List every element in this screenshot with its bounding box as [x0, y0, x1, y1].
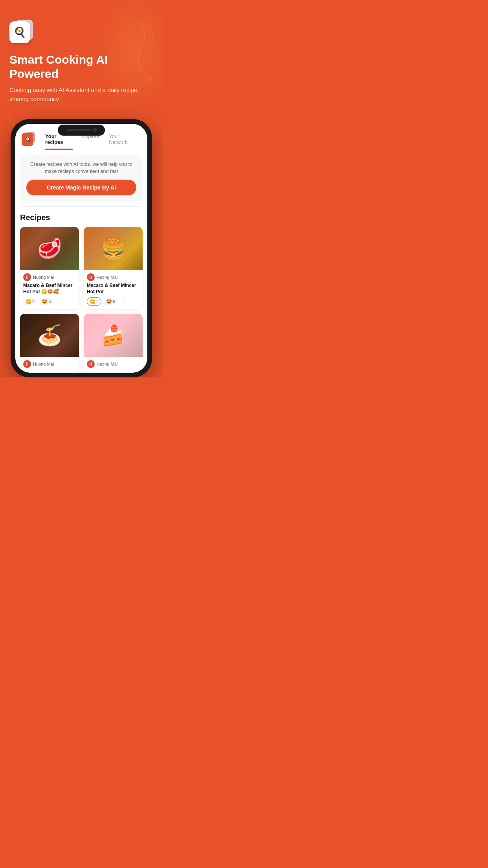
recipe-reactions-2: 😋 2 🤩 5 ♡: [87, 297, 139, 306]
author-name-3: Huong Mai: [33, 362, 54, 366]
recipe-reactions-1: 😋 2 🤩 5 ♡: [23, 297, 76, 306]
app-content: 🍳 Your recipes Explore Your Ne: [15, 124, 147, 373]
recipe-card-4[interactable]: H Huong Mai: [84, 314, 143, 373]
recipe-title-2: Macaro & Beef Mincer Hot Pot: [87, 283, 139, 295]
phone-notch: [58, 125, 105, 136]
author-row-4: H Huong Mai: [87, 360, 139, 368]
tab-your-network[interactable]: Your Network: [104, 130, 141, 150]
heart-button-2[interactable]: ♡: [120, 297, 127, 306]
recipe-grid: H Huong Mai Macaro & Beef Mincer Hot Pot…: [20, 227, 143, 373]
recipe-image-burger: [84, 227, 143, 270]
create-magic-recipe-button[interactable]: Create Magic Recipe By AI: [26, 180, 136, 195]
heart-icon-2: ♡: [121, 298, 126, 305]
recipes-section-title: Recipes: [20, 213, 143, 222]
divider: [20, 206, 143, 207]
recipe-card-1[interactable]: H Huong Mai Macaro & Beef Mincer Hot Pot…: [20, 227, 79, 309]
author-avatar-1: H: [23, 273, 31, 281]
author-row-3: H Huong Mai: [23, 360, 76, 368]
notch-camera: [93, 128, 97, 132]
author-avatar-2: H: [87, 273, 95, 281]
phone-screen: 🍳 Your recipes Explore Your Ne: [15, 124, 147, 373]
recipe-creation-banner: Create recipes with AI tools. we will he…: [20, 155, 143, 202]
reaction-badge-star-1[interactable]: 🤩 5: [39, 298, 53, 305]
recipe-card-3[interactable]: H Huong Mai: [20, 314, 79, 373]
app-headline: Smart Cooking AI Powered: [9, 53, 153, 81]
recipe-image-dessert: [84, 314, 143, 357]
logo-card-front: 🍳: [9, 21, 30, 43]
author-avatar-3: H: [23, 360, 31, 368]
heart-button-1[interactable]: ♡: [55, 297, 63, 306]
reaction-badge-star-2[interactable]: 🤩 5: [104, 298, 117, 305]
author-name-4: Huong Mai: [97, 362, 117, 366]
app-logo: 🍳: [9, 20, 35, 45]
reaction-badge-smiley-2[interactable]: 😋 2: [87, 297, 101, 306]
author-avatar-4: H: [87, 360, 95, 368]
app-subtitle: Cooking easy with AI Assistant and a dai…: [9, 86, 153, 103]
recipe-card-2[interactable]: H Huong Mai Macaro & Beef Mincer Hot Pot…: [84, 227, 143, 309]
recipes-section: Recipes H Huong Mai: [15, 208, 147, 373]
app-logo-small: 🍳: [22, 133, 36, 147]
phone-container: 🍳 Your recipes Explore Your Ne: [0, 111, 163, 377]
reaction-badge-smiley-1[interactable]: 😋 2: [23, 298, 37, 305]
logo-small-icon: 🍳: [24, 136, 31, 143]
author-row-1: H Huong Mai: [23, 273, 76, 281]
banner-description: Create recipes with AI tools. we will he…: [26, 161, 136, 175]
chef-hat-icon: 🍳: [13, 26, 26, 39]
recipe-card-4-info: H Huong Mai: [84, 357, 143, 373]
recipe-image-pasta: [20, 314, 79, 357]
recipe-image-steak: [20, 227, 79, 270]
heart-icon-1: ♡: [57, 298, 62, 305]
recipe-card-2-info: H Huong Mai Macaro & Beef Mincer Hot Pot…: [84, 270, 143, 309]
recipe-card-3-info: H Huong Mai: [20, 357, 79, 373]
notch-pill: [67, 129, 91, 131]
author-row-2: H Huong Mai: [87, 273, 139, 281]
top-section: 🍳 Smart Cooking AI Powered Cooking easy …: [0, 0, 163, 111]
author-name-2: Huong Mai: [97, 275, 117, 280]
phone-mockup: 🍳 Your recipes Explore Your Ne: [11, 119, 152, 377]
recipe-title-1: Macaro & Beef Mincer Hot Pot 😋🤩🥰: [23, 283, 76, 295]
logo-small-card: 🍳: [22, 133, 33, 146]
author-name-1: Huong Mai: [33, 275, 54, 280]
recipe-card-1-info: H Huong Mai Macaro & Beef Mincer Hot Pot…: [20, 270, 79, 309]
